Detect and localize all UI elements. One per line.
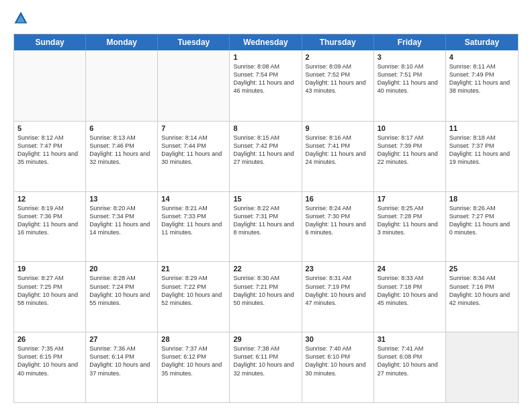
day-number: 11 (449, 124, 515, 132)
day-number: 28 (161, 335, 226, 343)
calendar-cell-r2-c5: 17Sunrise: 8:25 AMSunset: 7:28 PMDayligh… (374, 192, 446, 262)
day-number: 5 (17, 124, 82, 132)
day-number: 4 (449, 53, 515, 61)
cell-info: Sunrise: 8:11 AMSunset: 7:49 PMDaylight:… (449, 62, 515, 95)
logo-icon (13, 11, 28, 26)
calendar-cell-r3-c5: 24Sunrise: 8:33 AMSunset: 7:18 PMDayligh… (374, 262, 446, 332)
calendar-body: 1Sunrise: 8:08 AMSunset: 7:54 PMDaylight… (14, 50, 518, 402)
cell-info: Sunrise: 7:36 AMSunset: 6:14 PMDaylight:… (89, 345, 154, 377)
calendar-cell-r0-c6: 4Sunrise: 8:11 AMSunset: 7:49 PMDaylight… (446, 50, 518, 121)
calendar-cell-r4-c4: 30Sunrise: 7:40 AMSunset: 6:10 PMDayligh… (302, 332, 374, 402)
day-number: 16 (306, 195, 370, 203)
calendar-cell-r2-c2: 14Sunrise: 8:21 AMSunset: 7:33 PMDayligh… (158, 192, 230, 262)
cell-info: Sunrise: 8:30 AMSunset: 7:21 PMDaylight:… (233, 274, 298, 307)
day-number: 10 (378, 124, 442, 132)
calendar-cell-r3-c2: 21Sunrise: 8:29 AMSunset: 7:22 PMDayligh… (158, 262, 230, 332)
day-number: 20 (89, 265, 154, 273)
calendar-cell-r2-c0: 12Sunrise: 8:19 AMSunset: 7:36 PMDayligh… (14, 192, 86, 262)
header-day-friday: Friday (374, 34, 446, 50)
cell-info: Sunrise: 8:09 AMSunset: 7:52 PMDaylight:… (306, 62, 370, 95)
day-number: 8 (233, 124, 298, 132)
page: SundayMondayTuesdayWednesdayThursdayFrid… (0, 0, 532, 411)
header-day-tuesday: Tuesday (158, 34, 230, 50)
cell-info: Sunrise: 7:41 AMSunset: 6:08 PMDaylight:… (378, 345, 442, 377)
calendar-cell-r1-c5: 10Sunrise: 8:17 AMSunset: 7:39 PMDayligh… (374, 122, 446, 191)
cell-info: Sunrise: 8:28 AMSunset: 7:24 PMDaylight:… (89, 274, 154, 307)
day-number: 13 (89, 195, 154, 203)
header-day-saturday: Saturday (446, 34, 518, 50)
calendar-cell-r4-c3: 29Sunrise: 7:38 AMSunset: 6:11 PMDayligh… (230, 332, 302, 402)
calendar-cell-r2-c3: 15Sunrise: 8:22 AMSunset: 7:31 PMDayligh… (230, 192, 302, 262)
cell-info: Sunrise: 8:21 AMSunset: 7:33 PMDaylight:… (161, 204, 226, 237)
calendar-cell-r4-c1: 27Sunrise: 7:36 AMSunset: 6:14 PMDayligh… (86, 332, 158, 402)
cell-info: Sunrise: 8:25 AMSunset: 7:28 PMDaylight:… (378, 204, 442, 237)
cell-info: Sunrise: 8:10 AMSunset: 7:51 PMDaylight:… (378, 62, 442, 95)
day-number: 17 (378, 195, 442, 203)
calendar-row-0: 1Sunrise: 8:08 AMSunset: 7:54 PMDaylight… (14, 50, 518, 121)
calendar-cell-r2-c1: 13Sunrise: 8:20 AMSunset: 7:34 PMDayligh… (86, 192, 158, 262)
logo (13, 11, 31, 27)
calendar-row-3: 19Sunrise: 8:27 AMSunset: 7:25 PMDayligh… (14, 261, 518, 332)
calendar-row-2: 12Sunrise: 8:19 AMSunset: 7:36 PMDayligh… (14, 191, 518, 262)
cell-info: Sunrise: 7:38 AMSunset: 6:11 PMDaylight:… (233, 345, 298, 377)
day-number: 27 (89, 335, 154, 343)
calendar-cell-r1-c6: 11Sunrise: 8:18 AMSunset: 7:37 PMDayligh… (446, 122, 518, 191)
cell-info: Sunrise: 8:08 AMSunset: 7:54 PMDaylight:… (233, 62, 298, 95)
day-number: 29 (233, 335, 298, 343)
calendar-cell-r1-c0: 5Sunrise: 8:12 AMSunset: 7:47 PMDaylight… (14, 122, 86, 191)
cell-info: Sunrise: 8:22 AMSunset: 7:31 PMDaylight:… (233, 204, 298, 237)
cell-info: Sunrise: 8:16 AMSunset: 7:41 PMDaylight:… (306, 134, 370, 167)
calendar-cell-r3-c0: 19Sunrise: 8:27 AMSunset: 7:25 PMDayligh… (14, 262, 86, 332)
day-number: 19 (17, 265, 82, 273)
calendar-cell-r4-c6 (446, 332, 518, 402)
calendar-row-4: 26Sunrise: 7:35 AMSunset: 6:15 PMDayligh… (14, 332, 518, 402)
calendar-header: SundayMondayTuesdayWednesdayThursdayFrid… (14, 34, 518, 50)
calendar: SundayMondayTuesdayWednesdayThursdayFrid… (13, 34, 519, 403)
calendar-cell-r1-c1: 6Sunrise: 8:13 AMSunset: 7:46 PMDaylight… (86, 122, 158, 191)
day-number: 1 (233, 53, 298, 61)
calendar-cell-r3-c6: 25Sunrise: 8:34 AMSunset: 7:16 PMDayligh… (446, 262, 518, 332)
day-number: 31 (378, 335, 442, 343)
cell-info: Sunrise: 8:27 AMSunset: 7:25 PMDaylight:… (17, 274, 82, 307)
cell-info: Sunrise: 8:34 AMSunset: 7:16 PMDaylight:… (449, 274, 515, 307)
day-number: 25 (449, 265, 515, 273)
cell-info: Sunrise: 8:14 AMSunset: 7:44 PMDaylight:… (161, 134, 226, 167)
header (13, 11, 519, 27)
day-number: 30 (306, 335, 370, 343)
cell-info: Sunrise: 8:19 AMSunset: 7:36 PMDaylight:… (17, 204, 82, 237)
day-number: 12 (17, 195, 82, 203)
cell-info: Sunrise: 8:31 AMSunset: 7:19 PMDaylight:… (306, 274, 370, 307)
calendar-cell-r4-c5: 31Sunrise: 7:41 AMSunset: 6:08 PMDayligh… (374, 332, 446, 402)
calendar-cell-r0-c0 (14, 50, 86, 121)
calendar-cell-r0-c2 (158, 50, 230, 121)
day-number: 9 (306, 124, 370, 132)
calendar-row-1: 5Sunrise: 8:12 AMSunset: 7:47 PMDaylight… (14, 121, 518, 191)
calendar-cell-r0-c4: 2Sunrise: 8:09 AMSunset: 7:52 PMDaylight… (302, 50, 374, 121)
header-day-wednesday: Wednesday (230, 34, 302, 50)
day-number: 6 (89, 124, 154, 132)
calendar-cell-r3-c4: 23Sunrise: 8:31 AMSunset: 7:19 PMDayligh… (302, 262, 374, 332)
calendar-cell-r4-c0: 26Sunrise: 7:35 AMSunset: 6:15 PMDayligh… (14, 332, 86, 402)
cell-info: Sunrise: 8:18 AMSunset: 7:37 PMDaylight:… (449, 134, 515, 167)
cell-info: Sunrise: 8:13 AMSunset: 7:46 PMDaylight:… (89, 134, 154, 167)
cell-info: Sunrise: 8:29 AMSunset: 7:22 PMDaylight:… (161, 274, 226, 307)
day-number: 21 (161, 265, 226, 273)
day-number: 18 (449, 195, 515, 203)
calendar-cell-r3-c1: 20Sunrise: 8:28 AMSunset: 7:24 PMDayligh… (86, 262, 158, 332)
calendar-cell-r3-c3: 22Sunrise: 8:30 AMSunset: 7:21 PMDayligh… (230, 262, 302, 332)
cell-info: Sunrise: 8:26 AMSunset: 7:27 PMDaylight:… (449, 204, 515, 237)
cell-info: Sunrise: 8:17 AMSunset: 7:39 PMDaylight:… (378, 134, 442, 167)
cell-info: Sunrise: 8:24 AMSunset: 7:30 PMDaylight:… (306, 204, 370, 237)
cell-info: Sunrise: 8:12 AMSunset: 7:47 PMDaylight:… (17, 134, 82, 167)
calendar-cell-r1-c2: 7Sunrise: 8:14 AMSunset: 7:44 PMDaylight… (158, 122, 230, 191)
calendar-cell-r1-c3: 8Sunrise: 8:15 AMSunset: 7:42 PMDaylight… (230, 122, 302, 191)
calendar-cell-r2-c6: 18Sunrise: 8:26 AMSunset: 7:27 PMDayligh… (446, 192, 518, 262)
day-number: 23 (306, 265, 370, 273)
calendar-cell-r0-c3: 1Sunrise: 8:08 AMSunset: 7:54 PMDaylight… (230, 50, 302, 121)
day-number: 26 (17, 335, 82, 343)
calendar-cell-r1-c4: 9Sunrise: 8:16 AMSunset: 7:41 PMDaylight… (302, 122, 374, 191)
day-number: 22 (233, 265, 298, 273)
cell-info: Sunrise: 8:33 AMSunset: 7:18 PMDaylight:… (378, 274, 442, 307)
day-number: 3 (378, 53, 442, 61)
cell-info: Sunrise: 7:37 AMSunset: 6:12 PMDaylight:… (161, 345, 226, 377)
